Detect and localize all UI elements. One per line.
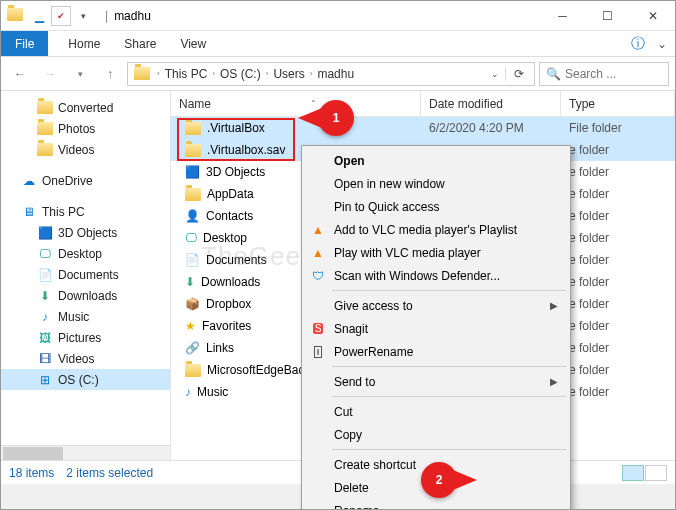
menu-separator bbox=[332, 290, 566, 291]
tab-view[interactable]: View bbox=[168, 33, 218, 55]
tree-item[interactable]: 🟦3D Objects bbox=[1, 222, 170, 243]
chevron-right-icon[interactable]: › bbox=[154, 69, 163, 78]
sort-indicator-icon: ˄ bbox=[311, 99, 316, 109]
videos-icon: 🎞 bbox=[37, 351, 53, 367]
tab-share[interactable]: Share bbox=[112, 33, 168, 55]
help-icon[interactable]: ⓘ bbox=[631, 35, 645, 53]
details-view-button[interactable] bbox=[622, 465, 644, 481]
chevron-right-icon[interactable]: › bbox=[209, 69, 218, 78]
address-bar[interactable]: › This PC › OS (C:) › Users › madhu ⌄ ⟳ bbox=[127, 62, 535, 86]
3d-icon: 🟦 bbox=[37, 225, 53, 241]
tree-item[interactable]: 🖼Pictures bbox=[1, 327, 170, 348]
column-date[interactable]: Date modified bbox=[421, 91, 561, 116]
recent-locations-icon[interactable]: ▾ bbox=[67, 61, 93, 87]
quick-access-toolbar: ▁ ✔ ▾ bbox=[29, 6, 93, 26]
address-dropdown-icon[interactable]: ⌄ bbox=[485, 69, 505, 79]
documents-icon: 📄 bbox=[37, 267, 53, 283]
qat-check-icon[interactable]: ✔ bbox=[51, 6, 71, 26]
file-row[interactable]: .VirtualBox6/2/2020 4:20 PMFile folder bbox=[171, 117, 675, 139]
file-tab[interactable]: File bbox=[1, 31, 48, 56]
window-title: madhu bbox=[114, 9, 151, 23]
tree-item[interactable]: Converted bbox=[1, 97, 170, 118]
music-icon: ♪ bbox=[37, 309, 53, 325]
breadcrumb-users[interactable]: Users bbox=[271, 67, 306, 81]
breadcrumb-current[interactable]: madhu bbox=[315, 67, 356, 81]
menu-item-label: Send to bbox=[334, 375, 375, 389]
column-headers: Name˄ Date modified Type bbox=[171, 91, 675, 117]
view-switcher bbox=[622, 465, 667, 481]
file-type-icon bbox=[185, 144, 201, 157]
file-type: e folder bbox=[561, 231, 675, 245]
menu-item[interactable]: Rename bbox=[304, 499, 568, 510]
maximize-button[interactable]: ☐ bbox=[585, 1, 630, 31]
file-name: Documents bbox=[206, 253, 267, 267]
tree-item[interactable]: 🖵Desktop bbox=[1, 243, 170, 264]
tiles-view-button[interactable] bbox=[645, 465, 667, 481]
ribbon-expand-icon[interactable]: ⌄ bbox=[657, 37, 667, 51]
search-icon: 🔍 bbox=[546, 67, 561, 81]
navigation-tree[interactable]: Converted Photos Videos ☁OneDrive 🖥This … bbox=[1, 91, 171, 460]
file-type: e folder bbox=[561, 143, 675, 157]
close-button[interactable]: ✕ bbox=[630, 1, 675, 31]
menu-item-label: Create shortcut bbox=[334, 458, 416, 472]
file-name: Contacts bbox=[206, 209, 253, 223]
file-type: e folder bbox=[561, 385, 675, 399]
file-type-icon: ♪ bbox=[185, 385, 191, 399]
menu-item-label: Add to VLC media player's Playlist bbox=[334, 223, 517, 237]
chevron-right-icon[interactable]: › bbox=[307, 69, 316, 78]
qat-dropdown-icon[interactable]: ▾ bbox=[73, 6, 93, 26]
menu-item[interactable]: IPowerRename bbox=[304, 340, 568, 363]
breadcrumb-thispc[interactable]: This PC bbox=[163, 67, 210, 81]
tree-thispc[interactable]: 🖥This PC bbox=[1, 201, 170, 222]
menu-item[interactable]: Open bbox=[304, 149, 568, 172]
menu-item[interactable]: ▲Add to VLC media player's Playlist bbox=[304, 218, 568, 241]
menu-item[interactable]: ▲Play with VLC media player bbox=[304, 241, 568, 264]
up-button[interactable]: ↑ bbox=[97, 61, 123, 87]
tree-item[interactable]: 📄Documents bbox=[1, 264, 170, 285]
tree-item[interactable]: 🎞Videos bbox=[1, 348, 170, 369]
menu-item-label: Rename bbox=[334, 504, 379, 511]
file-name: Links bbox=[206, 341, 234, 355]
back-button[interactable]: ← bbox=[7, 61, 33, 87]
refresh-icon[interactable]: ⟳ bbox=[505, 67, 532, 81]
column-name[interactable]: Name˄ bbox=[171, 91, 421, 116]
context-menu: OpenOpen in new windowPin to Quick acces… bbox=[301, 145, 571, 510]
file-type: e folder bbox=[561, 165, 675, 179]
file-type-icon bbox=[185, 364, 201, 377]
annotation-callout-1: 1 bbox=[318, 100, 354, 136]
tree-scrollbar-horizontal[interactable] bbox=[1, 445, 170, 460]
menu-item[interactable]: Give access to▶ bbox=[304, 294, 568, 317]
vlc-icon: ▲ bbox=[310, 222, 326, 238]
menu-item[interactable]: Cut bbox=[304, 400, 568, 423]
menu-item[interactable]: SSnagit bbox=[304, 317, 568, 340]
tree-item[interactable]: Videos bbox=[1, 139, 170, 160]
rename-icon: I bbox=[310, 344, 326, 360]
tree-item-drive[interactable]: ⊞OS (C:) bbox=[1, 369, 170, 390]
menu-item[interactable]: Open in new window bbox=[304, 172, 568, 195]
menu-item[interactable]: Send to▶ bbox=[304, 370, 568, 393]
snagit-icon: S bbox=[310, 321, 326, 337]
tab-home[interactable]: Home bbox=[56, 33, 112, 55]
file-name: .VirtualBox bbox=[207, 121, 265, 135]
tree-item[interactable]: ⬇Downloads bbox=[1, 285, 170, 306]
chevron-right-icon[interactable]: › bbox=[263, 69, 272, 78]
tree-item[interactable]: Photos bbox=[1, 118, 170, 139]
qat-properties-icon[interactable]: ▁ bbox=[29, 6, 49, 26]
column-type[interactable]: Type bbox=[561, 91, 675, 116]
minimize-button[interactable]: ─ bbox=[540, 1, 585, 31]
tree-onedrive[interactable]: ☁OneDrive bbox=[1, 170, 170, 191]
tree-item[interactable]: ♪Music bbox=[1, 306, 170, 327]
forward-button[interactable]: → bbox=[37, 61, 63, 87]
menu-item[interactable]: Pin to Quick access bbox=[304, 195, 568, 218]
search-box[interactable]: 🔍 Search ... bbox=[539, 62, 669, 86]
pictures-icon: 🖼 bbox=[37, 330, 53, 346]
breadcrumb-drive[interactable]: OS (C:) bbox=[218, 67, 263, 81]
status-selected-count: 2 items selected bbox=[66, 466, 153, 480]
submenu-arrow-icon: ▶ bbox=[550, 376, 558, 387]
menu-item[interactable]: Copy bbox=[304, 423, 568, 446]
menu-item[interactable]: 🛡Scan with Windows Defender... bbox=[304, 264, 568, 287]
file-name: Desktop bbox=[203, 231, 247, 245]
vlc-icon: ▲ bbox=[310, 245, 326, 261]
scrollbar-thumb[interactable] bbox=[3, 447, 63, 460]
file-type: e folder bbox=[561, 275, 675, 289]
